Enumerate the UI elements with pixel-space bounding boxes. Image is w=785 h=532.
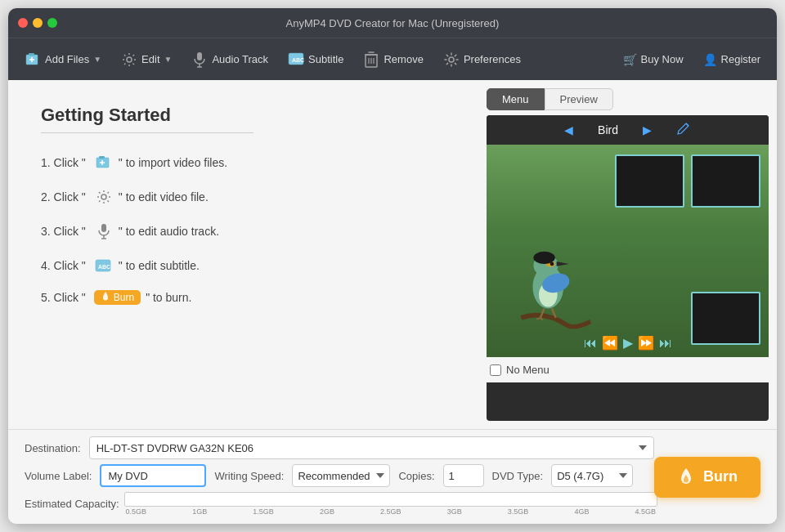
no-menu-checkbox[interactable] bbox=[490, 364, 501, 376]
step-4-text: " to edit subtitle. bbox=[119, 259, 200, 272]
playback-controls: ⏮ ⏪ ▶ ⏩ ⏭ bbox=[584, 335, 672, 351]
svg-rect-38 bbox=[101, 224, 106, 232]
add-files-label: Add Files bbox=[45, 53, 89, 65]
svg-point-50 bbox=[533, 252, 554, 264]
fast-forward-button[interactable]: ⏩ bbox=[638, 335, 654, 351]
play-button[interactable]: ▶ bbox=[623, 335, 633, 351]
svg-rect-1 bbox=[29, 53, 34, 56]
divider bbox=[41, 132, 253, 133]
flame-icon bbox=[677, 467, 695, 488]
step-3-number: 3. Click " bbox=[41, 225, 86, 238]
right-panel: Menu Preview ◀ Bird ▶ bbox=[487, 80, 777, 429]
burn-button[interactable]: Burn bbox=[654, 457, 760, 498]
next-button[interactable]: ▶ bbox=[643, 123, 652, 136]
svg-line-11 bbox=[133, 55, 135, 56]
svg-line-10 bbox=[133, 63, 135, 65]
prev-button[interactable]: ◀ bbox=[564, 123, 573, 136]
svg-line-34 bbox=[99, 192, 101, 194]
left-panel: Getting Started 1. Click " " to import v bbox=[8, 80, 487, 429]
bird-title: Bird bbox=[598, 123, 618, 136]
capacity-row: Estimated Capacity: 0.5GB 1GB 1.5GB 2GB … bbox=[25, 492, 760, 516]
destination-row: Destination: HL-DT-ST DVDRW GA32N KE06 bbox=[25, 436, 760, 459]
no-menu-row: No Menu bbox=[487, 357, 769, 382]
steps-list: 1. Click " " to import video files. 2. C… bbox=[41, 153, 454, 305]
preferences-label: Preferences bbox=[464, 53, 521, 65]
capacity-bar bbox=[124, 492, 657, 507]
destination-label: Destination: bbox=[25, 442, 81, 454]
preview-scene: ⏮ ⏪ ▶ ⏩ ⏭ bbox=[487, 145, 769, 357]
burn-badge: Burn bbox=[94, 290, 141, 305]
tab-menu[interactable]: Menu bbox=[487, 88, 545, 110]
dvd-type-select[interactable]: D5 (4.7G) bbox=[551, 464, 633, 487]
bird-image bbox=[511, 210, 593, 341]
step-3: 3. Click " " to edit audio track. bbox=[41, 221, 454, 241]
video-thumb-3[interactable] bbox=[691, 292, 760, 345]
step-2-icon bbox=[94, 187, 114, 207]
preferences-button[interactable]: Preferences bbox=[435, 47, 529, 73]
close-button[interactable] bbox=[18, 18, 28, 28]
svg-point-29 bbox=[101, 194, 106, 199]
preview-area: ◀ Bird ▶ bbox=[487, 115, 769, 421]
subtitle-label: Subtitle bbox=[308, 53, 343, 65]
register-label: Register bbox=[721, 53, 760, 65]
skip-to-start-button[interactable]: ⏮ bbox=[584, 336, 597, 351]
step-1-text: " to import video files. bbox=[119, 156, 227, 169]
add-files-chevron[interactable]: ▼ bbox=[93, 55, 101, 64]
svg-rect-13 bbox=[197, 52, 202, 60]
estimated-capacity-label: Estimated Capacity: bbox=[25, 498, 119, 510]
minimize-button[interactable] bbox=[33, 18, 43, 28]
options-row: Volume Label: Writing Speed: Recommended… bbox=[25, 464, 760, 487]
step-1: 1. Click " " to import video files. bbox=[41, 153, 454, 172]
step-5-text: " to burn. bbox=[146, 291, 191, 304]
step-4-icon: ABC bbox=[94, 256, 114, 275]
skip-to-end-button[interactable]: ⏭ bbox=[659, 336, 672, 351]
svg-line-37 bbox=[99, 201, 101, 203]
add-files-button[interactable]: Add Files ▼ bbox=[16, 47, 110, 73]
remove-button[interactable]: Remove bbox=[355, 47, 431, 73]
subtitle-button[interactable]: ABC Subtitle bbox=[280, 47, 352, 73]
window-title: AnyMP4 DVD Creator for Mac (Unregistered… bbox=[286, 17, 500, 29]
gear-icon bbox=[443, 51, 460, 68]
edit-chevron[interactable]: ▼ bbox=[164, 55, 173, 64]
copies-label: Copies: bbox=[398, 470, 434, 482]
step-2-text: " to edit video file. bbox=[119, 190, 209, 203]
traffic-lights bbox=[18, 18, 57, 28]
edit-label: Edit bbox=[141, 53, 159, 65]
step-2: 2. Click " bbox=[41, 187, 454, 207]
step-1-icon bbox=[94, 153, 114, 172]
copies-input[interactable] bbox=[443, 464, 484, 487]
subtitle-icon: ABC bbox=[288, 51, 304, 68]
toolbar: Add Files ▼ Edit ▼ bbox=[8, 38, 777, 80]
main-content: Getting Started 1. Click " " to import v bbox=[8, 80, 777, 429]
edit-preview-button[interactable] bbox=[676, 121, 691, 139]
microphone-icon bbox=[191, 51, 208, 68]
register-button[interactable]: 👤 Register bbox=[695, 49, 769, 70]
svg-line-12 bbox=[124, 63, 126, 65]
writing-speed-select[interactable]: Recommended bbox=[292, 464, 390, 487]
capacity-ticks: 0.5GB 1GB 1.5GB 2GB 2.5GB 3GB 3.5GB 4GB … bbox=[124, 507, 657, 516]
rewind-button[interactable]: ⏪ bbox=[602, 335, 618, 351]
preview-tabs: Menu Preview bbox=[487, 88, 769, 110]
edit-button[interactable]: Edit ▼ bbox=[113, 47, 180, 73]
person-icon: 👤 bbox=[703, 53, 717, 66]
title-bar: AnyMP4 DVD Creator for Mac (Unregistered… bbox=[8, 8, 777, 38]
video-thumb-2[interactable] bbox=[691, 154, 760, 208]
svg-line-53 bbox=[536, 318, 541, 320]
video-thumb-1[interactable] bbox=[615, 154, 684, 208]
audio-track-button[interactable]: Audio Track bbox=[183, 47, 276, 73]
svg-line-43 bbox=[686, 123, 689, 126]
volume-input[interactable] bbox=[100, 464, 206, 487]
svg-text:ABC: ABC bbox=[292, 57, 304, 63]
svg-line-54 bbox=[541, 318, 543, 320]
buy-now-button[interactable]: 🛒 Buy Now bbox=[615, 49, 692, 70]
buy-now-label: Buy Now bbox=[641, 53, 684, 65]
maximize-button[interactable] bbox=[47, 18, 57, 28]
toolbar-right: 🛒 Buy Now 👤 Register bbox=[615, 49, 769, 70]
bottom-bar: Destination: HL-DT-ST DVDRW GA32N KE06 V… bbox=[8, 429, 777, 524]
volume-label: Volume Label: bbox=[25, 470, 92, 482]
cart-icon: 🛒 bbox=[623, 53, 637, 66]
tab-preview[interactable]: Preview bbox=[545, 88, 613, 110]
svg-rect-26 bbox=[99, 156, 105, 159]
destination-select[interactable]: HL-DT-ST DVDRW GA32N KE06 bbox=[89, 436, 654, 459]
preview-header: ◀ Bird ▶ bbox=[487, 115, 769, 145]
